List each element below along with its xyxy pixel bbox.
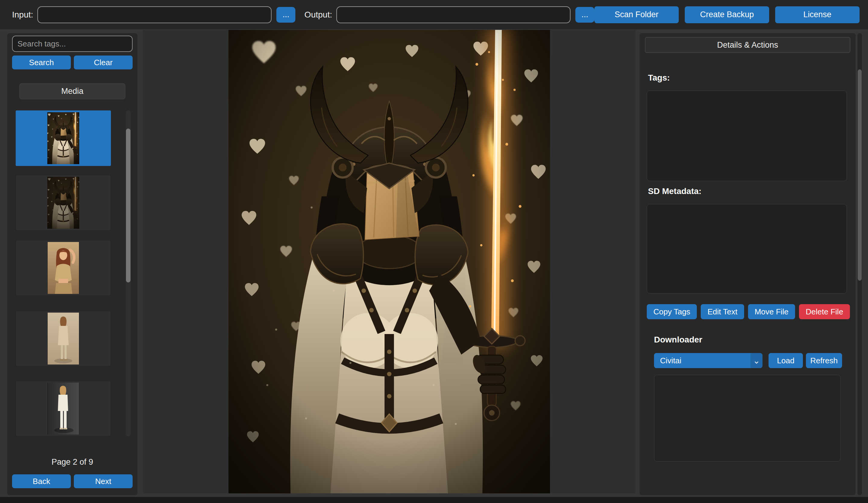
load-button[interactable]: Load [768, 353, 803, 368]
sd-metadata-label: SD Metadata: [648, 187, 701, 196]
thumbnail-scrollbar[interactable] [126, 110, 131, 436]
panel-scrollbar[interactable] [857, 33, 862, 495]
back-button[interactable]: Back [12, 474, 71, 488]
input-path-field[interactable] [37, 6, 271, 23]
output-label: Output: [304, 10, 332, 20]
thumbnail-item[interactable] [16, 311, 111, 366]
thumbnail-item[interactable] [16, 240, 111, 296]
chevron-down-icon: ⌄ [751, 353, 763, 368]
downloader-select[interactable]: Civitai ⌄ [654, 353, 763, 368]
image-viewer-panel [143, 30, 636, 493]
thumbnail-item[interactable] [16, 110, 111, 166]
delete-file-button[interactable]: Delete File [799, 304, 850, 319]
move-file-button[interactable]: Move File [748, 304, 795, 319]
thumbnail-image [47, 313, 79, 364]
media-section-header: Media [19, 83, 125, 99]
toolbar-actions: Scan Folder Create Backup License [595, 6, 860, 23]
output-browse-button[interactable]: ... [575, 7, 595, 23]
input-browse-button[interactable]: ... [276, 7, 296, 23]
license-button[interactable]: License [775, 6, 860, 23]
tags-textarea[interactable] [647, 91, 847, 181]
scrollbar-thumb[interactable] [858, 69, 862, 281]
scan-folder-button[interactable]: Scan Folder [595, 6, 679, 23]
file-actions-row: Copy Tags Edit Text Move File Delete Fil… [647, 304, 850, 319]
scrollbar-thumb[interactable] [126, 129, 131, 282]
downloader-row: Civitai ⌄ Load Refresh [654, 353, 842, 368]
thumbnail-image [47, 112, 79, 164]
tags-label: Tags: [648, 73, 670, 83]
pager-row: Back Next [12, 474, 133, 488]
output-path-field[interactable] [336, 6, 570, 23]
page-status: Page 2 of 9 [7, 457, 137, 467]
downloader-results-box[interactable] [654, 375, 840, 462]
thumbnail-item[interactable] [16, 381, 111, 436]
input-label: Input: [12, 10, 33, 20]
copy-tags-button[interactable]: Copy Tags [647, 304, 697, 319]
search-button-row: Search Clear [12, 56, 133, 69]
search-tags-input[interactable] [12, 36, 133, 52]
top-toolbar: Input: ... Output: ... Scan Folder Creat… [0, 0, 868, 29]
clear-button[interactable]: Clear [74, 56, 133, 69]
thumbnail-image [47, 177, 79, 229]
preview-image[interactable] [228, 30, 550, 493]
create-backup-button[interactable]: Create Backup [685, 6, 769, 23]
downloader-label: Downloader [654, 335, 702, 345]
sd-metadata-textarea[interactable] [647, 204, 847, 294]
thumbnail-image [47, 242, 79, 294]
status-bar [0, 497, 868, 503]
details-panel: Details & Actions Tags: SD Metadata: Cop… [640, 33, 856, 495]
thumbnail-image [47, 383, 79, 434]
next-button[interactable]: Next [74, 474, 133, 488]
details-actions-header: Details & Actions [645, 37, 850, 53]
thumbnail-item[interactable] [16, 175, 111, 231]
refresh-button[interactable]: Refresh [806, 353, 842, 368]
search-button[interactable]: Search [12, 56, 71, 69]
edit-text-button[interactable]: Edit Text [701, 304, 744, 319]
media-sidebar: Search Clear Media Page 2 of 9 Back [7, 33, 137, 495]
downloader-selected-value: Civitai [654, 356, 751, 365]
